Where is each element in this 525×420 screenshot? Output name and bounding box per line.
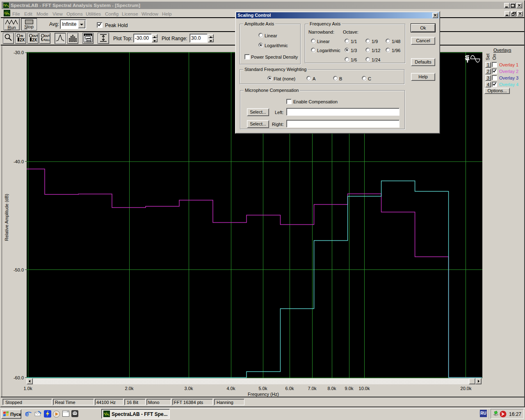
svg-text:e: e <box>25 410 29 418</box>
svg-text:OUT: OUT <box>44 34 50 37</box>
svg-text:OUT: OUT <box>32 34 38 37</box>
svg-text:IN: IN <box>21 34 23 37</box>
svg-text:2X: 2X <box>20 38 25 42</box>
svg-text:2X: 2X <box>32 38 37 42</box>
svg-text:FULL: FULL <box>43 39 50 41</box>
